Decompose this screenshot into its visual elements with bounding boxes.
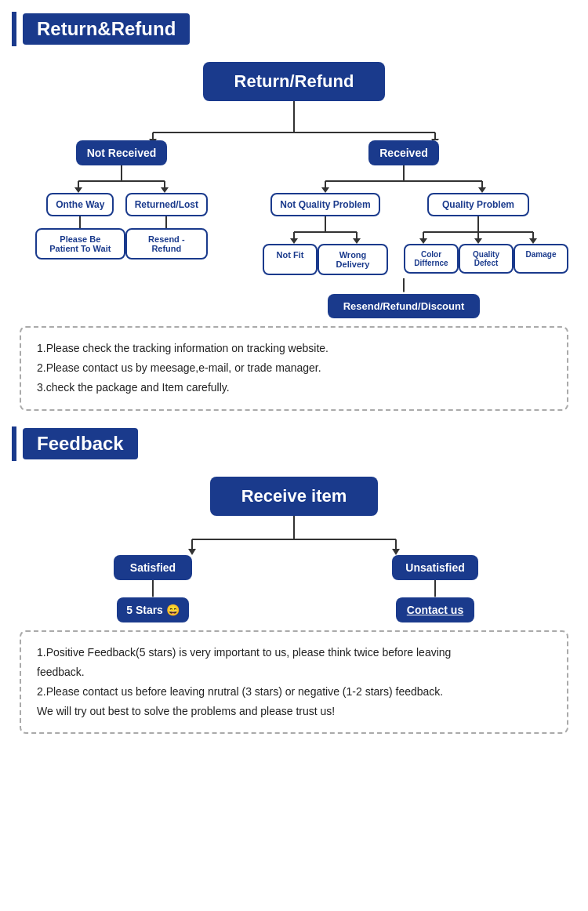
feedback-header: Feedback	[12, 426, 576, 461]
returned-lost-col: Returned/Lost Resend - Refund	[125, 193, 208, 260]
not-quality-col: Not Quality Problem	[255, 193, 396, 275]
not-quality-node: Not Quality Problem	[270, 193, 379, 216]
feedback-branches: Satisfied 5 Stars 😄 Unsatisfied Contact …	[74, 555, 514, 622]
return-refund-flowchart: Return/Refund Not Received	[12, 62, 576, 318]
received-children: Not Quality Problem	[255, 193, 553, 275]
resend-refund-node: Resend - Refund	[125, 228, 208, 260]
feedback-flowchart: Receive item Satisfied 5 Stars 😄 Unsatis	[12, 477, 576, 622]
satisfied-node: Satisfied	[114, 555, 192, 580]
svg-marker-45	[152, 592, 154, 597]
not-received-branch: Not Received Onthe Way	[27, 140, 216, 260]
received-split	[255, 165, 553, 193]
not-received-node: Not Received	[76, 140, 168, 165]
ontheway-col: Onthe Way Please Be Patient To Wait	[35, 193, 125, 260]
root-node: Return/Refund	[203, 62, 386, 101]
svg-marker-11	[161, 187, 169, 193]
svg-marker-10	[74, 187, 82, 193]
patient-wait-node: Please Be Patient To Wait	[35, 228, 125, 260]
unsatisfied-node: Unsatisfied	[392, 555, 478, 580]
svg-marker-34	[474, 238, 482, 244]
quality-defect-node: Quality Defect	[459, 244, 514, 274]
feedback-info-line-2: feedback.	[37, 662, 551, 682]
info-line-1: 1.Please check the tracking information …	[37, 339, 551, 358]
svg-marker-35	[529, 238, 537, 244]
feedback-section: Feedback Receive item Satisfied 5 Stars …	[12, 426, 576, 735]
svg-marker-20	[321, 187, 329, 193]
feedback-header-bar	[12, 426, 16, 461]
svg-marker-47	[434, 592, 436, 597]
resend-refund-discount-node: Resend/Refund/Discount	[328, 294, 481, 318]
quality-problem-col: Quality Problem	[404, 193, 553, 274]
received-branch: Received Not Quality Problem	[247, 140, 561, 318]
return-refund-header: Return&Refund	[12, 12, 576, 46]
quality-problem-node: Quality Problem	[427, 193, 529, 216]
svg-marker-27	[353, 238, 361, 244]
feedback-split-connector	[98, 516, 490, 555]
not-quality-grandchildren: Not Fit Wrong Delivery	[263, 244, 388, 275]
not-received-children: Onthe Way Please Be Patient To Wait Retu…	[35, 193, 208, 260]
feedback-title: Feedback	[23, 428, 138, 459]
top-split-connector	[59, 117, 529, 140]
not-fit-node: Not Fit	[263, 244, 318, 275]
svg-marker-33	[419, 238, 427, 244]
satisfied-branch: Satisfied 5 Stars 😄	[74, 555, 231, 622]
info-line-2: 2.Please contact us by meesage,e-mail, o…	[37, 358, 551, 378]
feedback-info-line-3: 2.Please contact us before leaving nrutr…	[37, 682, 551, 702]
wrong-delivery-node: Wrong Delivery	[318, 244, 388, 275]
feedback-info-line-1: 1.Positive Feedback(5 stars) is very imp…	[37, 643, 551, 662]
receive-item-node: Receive item	[210, 477, 379, 516]
svg-marker-37	[403, 288, 405, 292]
header-bar	[12, 12, 16, 46]
svg-marker-43	[392, 549, 400, 555]
info-line-3: 3.check the package and Item carefully.	[37, 378, 551, 397]
color-differnce-node: Color Differnce	[404, 244, 459, 274]
contact-us-node[interactable]: Contact us	[396, 597, 474, 622]
feedback-info-line-4: We will try out best to solve the proble…	[37, 702, 551, 721]
return-info-box: 1.Please check the tracking information …	[20, 326, 568, 411]
ontheway-node: Onthe Way	[46, 193, 114, 216]
damage-node: Damage	[514, 244, 568, 274]
svg-marker-26	[290, 238, 298, 244]
svg-marker-21	[478, 187, 486, 193]
return-refund-section: Return&Refund Return/Refund	[12, 12, 576, 411]
main-branches: Not Received Onthe Way	[27, 140, 561, 318]
quality-grandchildren: Color Differnce Quality Defect Damage	[404, 244, 553, 274]
returned-lost-node: Returned/Lost	[125, 193, 208, 216]
not-received-split	[35, 165, 208, 193]
received-node: Received	[368, 140, 438, 165]
five-stars-node: 5 Stars 😄	[117, 597, 189, 622]
return-refund-title: Return&Refund	[23, 13, 190, 45]
unsatisfied-branch: Unsatisfied Contact us	[357, 555, 514, 622]
feedback-info-box: 1.Positive Feedback(5 stars) is very imp…	[20, 630, 568, 735]
svg-marker-42	[188, 549, 196, 555]
